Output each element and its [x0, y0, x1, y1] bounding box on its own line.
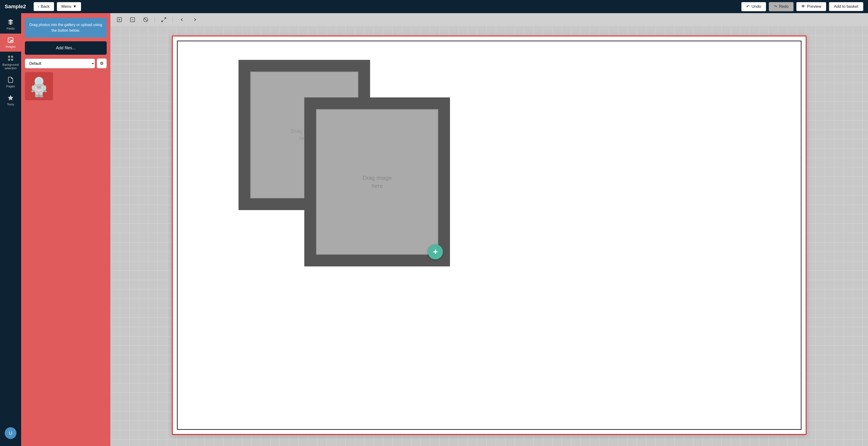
- add-to-basket-button[interactable]: Add to basket: [829, 2, 863, 11]
- redo-label: Redo: [779, 4, 788, 9]
- menu-button[interactable]: Menu ▼: [57, 2, 81, 11]
- pages-label: Pages: [6, 84, 15, 88]
- svg-point-1: [9, 39, 10, 40]
- back-arrow-icon: ‹: [38, 4, 39, 9]
- file-icon: [7, 76, 14, 83]
- svg-line-31: [162, 20, 163, 22]
- sidebar-item-pages[interactable]: Pages: [0, 73, 21, 91]
- add-image-plus-2[interactable]: +: [428, 244, 443, 260]
- add-files-label: Add files...: [56, 45, 76, 50]
- svg-point-17: [35, 95, 39, 97]
- photo-frame-2[interactable]: Drag imagehere +: [304, 97, 450, 267]
- grid-icon: [7, 55, 14, 62]
- plus-square-icon: [117, 17, 122, 23]
- undo-label: Undo: [751, 4, 761, 9]
- toolbar-divider-1: [155, 16, 155, 23]
- back-label: Back: [41, 4, 50, 9]
- canvas-page: Drag imagehere + Drag imagehere +: [172, 36, 806, 435]
- sidebar-item-background[interactable]: Background selection: [0, 52, 21, 73]
- redo-button[interactable]: ↷ Redo: [769, 2, 794, 11]
- expand-icon: [161, 17, 166, 23]
- image-thumbnail-astronaut[interactable]: [25, 72, 53, 100]
- sidebar-item-images[interactable]: Images: [0, 34, 21, 52]
- panel-info-box: Drag photos into the gallery or upload u…: [25, 18, 107, 38]
- no-frame-button[interactable]: [142, 15, 150, 24]
- next-page-button[interactable]: [191, 15, 199, 24]
- svg-point-18: [39, 95, 43, 97]
- preview-icon: 👁: [801, 4, 805, 9]
- canvas-area: Drag imagehere + Drag imagehere +: [111, 13, 868, 446]
- undo-icon: ↶: [746, 4, 750, 9]
- sidebar-bottom: U: [5, 425, 17, 446]
- svg-line-30: [164, 18, 166, 19]
- sidebar-item-tools[interactable]: Tools: [0, 91, 21, 109]
- preview-label: Preview: [807, 4, 821, 9]
- canvas-viewport[interactable]: Drag imagehere + Drag imagehere +: [111, 26, 868, 446]
- top-nav: Sample2 ‹ Back Menu ▼ ↶ Undo ↷ Redo 👁 Pr…: [0, 0, 868, 13]
- menu-label: Menu: [61, 4, 71, 9]
- sidebar-icons: Fields Images Background selection: [0, 13, 21, 446]
- panel-select-row: Default ⚙: [25, 59, 107, 68]
- layers-icon: [7, 19, 14, 25]
- svg-marker-6: [8, 95, 13, 100]
- redo-icon: ↷: [774, 4, 777, 9]
- expand-button[interactable]: [159, 15, 168, 24]
- add-frame-button[interactable]: [115, 15, 124, 24]
- gear-icon: ⚙: [100, 61, 104, 66]
- circle-slash-icon: [143, 17, 149, 23]
- basket-label: Add to basket: [834, 4, 858, 9]
- astronaut-illustration: [27, 74, 51, 98]
- svg-rect-21: [39, 87, 41, 88]
- gallery-settings-button[interactable]: ⚙: [97, 59, 107, 68]
- svg-rect-19: [37, 86, 41, 89]
- arrow-left-icon: [179, 17, 185, 23]
- back-button[interactable]: ‹ Back: [34, 2, 54, 11]
- star-icon: [7, 95, 14, 101]
- svg-rect-4: [8, 59, 10, 61]
- app-title: Sample2: [5, 3, 26, 10]
- undo-button[interactable]: ↶ Undo: [741, 2, 766, 11]
- svg-point-10: [37, 79, 41, 83]
- canvas-toolbar: [111, 13, 868, 26]
- svg-rect-20: [37, 87, 39, 88]
- sidebar-item-fields[interactable]: Fields: [0, 15, 21, 34]
- fields-label: Fields: [7, 27, 15, 30]
- split-frame-button[interactable]: [128, 15, 137, 24]
- image-icon: [7, 37, 14, 43]
- svg-point-22: [35, 84, 43, 86]
- images-grid: [25, 72, 107, 100]
- svg-rect-3: [11, 56, 13, 58]
- svg-rect-2: [8, 56, 10, 58]
- svg-line-29: [144, 18, 147, 21]
- prev-page-button[interactable]: [178, 15, 186, 24]
- gallery-select[interactable]: Default: [25, 59, 95, 68]
- panel-info-text: Drag photos into the gallery or upload u…: [29, 23, 102, 32]
- add-files-button[interactable]: Add files...: [25, 41, 107, 55]
- background-label: Background selection: [2, 63, 19, 70]
- photo-frame-2-inner: Drag imagehere: [316, 109, 438, 255]
- preview-button[interactable]: 👁 Preview: [796, 2, 826, 11]
- images-panel: Drag photos into the gallery or upload u…: [21, 13, 111, 446]
- arrow-right-icon: [192, 17, 198, 23]
- svg-rect-5: [11, 59, 13, 61]
- menu-chevron-icon: ▼: [73, 4, 77, 9]
- tools-label: Tools: [7, 103, 14, 106]
- minus-square-icon: [130, 17, 135, 23]
- user-avatar[interactable]: U: [5, 427, 17, 439]
- images-label: Images: [6, 45, 16, 48]
- drag-image-text-2: Drag imagehere: [363, 174, 392, 190]
- main-area: Fields Images Background selection: [0, 13, 868, 446]
